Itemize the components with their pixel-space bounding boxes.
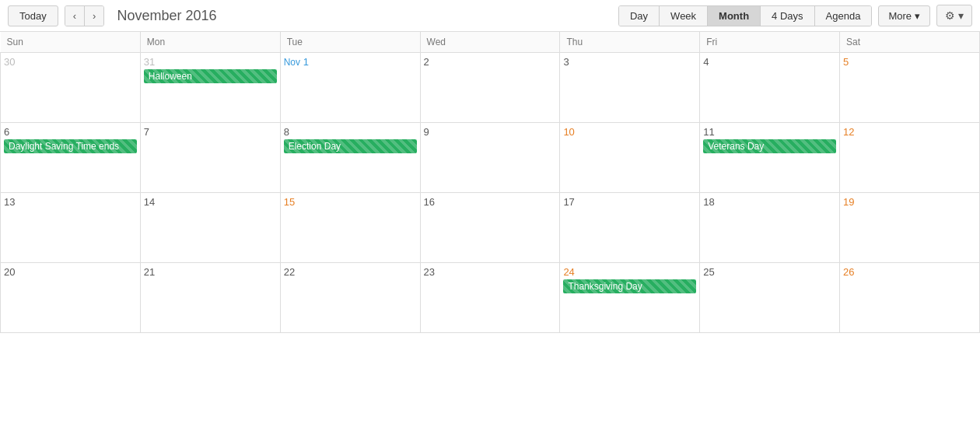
- day-number: 22: [284, 266, 417, 278]
- calendar-cell[interactable]: 12: [840, 123, 980, 193]
- calendar-cell[interactable]: 16: [420, 193, 560, 263]
- day-number: Nov 1: [284, 56, 417, 68]
- calendar-cell[interactable]: 7: [140, 123, 280, 193]
- week-row: 20 21 22 23 24 Thanksgiving Day 25 26: [1, 263, 980, 333]
- day-number: 24: [563, 266, 696, 278]
- header-fri: Fri: [700, 32, 840, 53]
- day-number: 11: [703, 126, 836, 138]
- event-dst[interactable]: Daylight Saving Time ends: [4, 139, 137, 153]
- day-number: 12: [843, 126, 976, 138]
- day-number: 16: [424, 196, 557, 208]
- calendar-cell[interactable]: 11 Veterans Day: [700, 123, 840, 193]
- day-number: 18: [703, 196, 836, 208]
- day-number: 25: [703, 266, 836, 278]
- day-number: 8: [284, 126, 417, 138]
- day-number: 21: [144, 266, 277, 278]
- next-button[interactable]: ›: [85, 6, 103, 26]
- view-4days[interactable]: 4 Days: [761, 6, 814, 26]
- day-number: 30: [4, 56, 137, 68]
- calendar-cell[interactable]: 24 Thanksgiving Day: [560, 263, 700, 333]
- calendar-cell[interactable]: 13: [1, 193, 141, 263]
- calendar-cell[interactable]: 4: [700, 53, 840, 123]
- day-number: 5: [843, 56, 976, 68]
- header-tue: Tue: [280, 32, 420, 53]
- day-number: 7: [144, 126, 277, 138]
- calendar-cell[interactable]: 23: [420, 263, 560, 333]
- calendar-cell[interactable]: Nov 1: [280, 53, 420, 123]
- calendar-cell[interactable]: 14: [140, 193, 280, 263]
- day-number: 4: [703, 56, 836, 68]
- view-group: Day Week Month 4 Days Agenda: [618, 5, 872, 26]
- calendar-cell[interactable]: 26: [840, 263, 980, 333]
- header-mon: Mon: [140, 32, 280, 53]
- nav-group: ‹ ›: [65, 5, 105, 26]
- view-week[interactable]: Week: [660, 6, 708, 26]
- header-sat: Sat: [840, 32, 980, 53]
- settings-button[interactable]: ⚙ ▾: [936, 5, 972, 26]
- header-thu: Thu: [560, 32, 700, 53]
- event-veterans[interactable]: Veterans Day: [703, 139, 836, 153]
- more-button[interactable]: More ▾: [878, 5, 930, 26]
- weekday-header-row: Sun Mon Tue Wed Thu Fri Sat: [1, 32, 980, 53]
- calendar-cell[interactable]: 22: [280, 263, 420, 333]
- calendar-cell[interactable]: 2: [420, 53, 560, 123]
- day-number: 13: [4, 196, 137, 208]
- calendar-cell[interactable]: 15: [280, 193, 420, 263]
- calendar-cell[interactable]: 30: [1, 53, 141, 123]
- day-number: 15: [284, 196, 417, 208]
- event-thanksgiving[interactable]: Thanksgiving Day: [563, 279, 696, 293]
- settings-dropdown-icon: ▾: [958, 9, 964, 22]
- header-sun: Sun: [1, 32, 141, 53]
- day-number: 19: [843, 196, 976, 208]
- day-number: 17: [563, 196, 696, 208]
- day-number: 6: [4, 126, 137, 138]
- week-row: 6 Daylight Saving Time ends 7 8 Election…: [1, 123, 980, 193]
- view-agenda[interactable]: Agenda: [815, 6, 872, 26]
- week-row: 30 31 Halloween Nov 1 2 3 4 5: [1, 53, 980, 123]
- calendar-cell[interactable]: 20: [1, 263, 141, 333]
- view-month[interactable]: Month: [708, 6, 761, 26]
- day-number: 3: [563, 56, 696, 68]
- calendar-cell[interactable]: 9: [420, 123, 560, 193]
- calendar-cell[interactable]: 8 Election Day: [280, 123, 420, 193]
- calendar-cell[interactable]: 19: [840, 193, 980, 263]
- day-number: 26: [843, 266, 976, 278]
- week-row: 13 14 15 16 17 18 19: [1, 193, 980, 263]
- prev-button[interactable]: ‹: [65, 6, 85, 26]
- gear-icon: ⚙: [945, 9, 955, 22]
- day-number: 10: [563, 126, 696, 138]
- more-dropdown-icon: ▾: [915, 10, 920, 22]
- day-number: 2: [424, 56, 557, 68]
- calendar-cell[interactable]: 18: [700, 193, 840, 263]
- calendar-cell[interactable]: 6 Daylight Saving Time ends: [1, 123, 141, 193]
- event-halloween[interactable]: Halloween: [144, 69, 277, 83]
- calendar-cell[interactable]: 10: [560, 123, 700, 193]
- toolbar: Today ‹ › November 2016 Day Week Month 4…: [0, 0, 980, 32]
- calendar-cell[interactable]: 25: [700, 263, 840, 333]
- calendar-grid: Sun Mon Tue Wed Thu Fri Sat 30 31 Hallow…: [0, 32, 980, 333]
- header-wed: Wed: [420, 32, 560, 53]
- event-election[interactable]: Election Day: [284, 139, 417, 153]
- day-number: 20: [4, 266, 137, 278]
- day-number: 14: [144, 196, 277, 208]
- month-title: November 2016: [117, 8, 612, 24]
- today-button[interactable]: Today: [8, 5, 58, 26]
- day-number: 9: [424, 126, 557, 138]
- view-day[interactable]: Day: [619, 6, 660, 26]
- day-number: 23: [424, 266, 557, 278]
- calendar-cell[interactable]: 17: [560, 193, 700, 263]
- calendar-cell[interactable]: 5: [840, 53, 980, 123]
- calendar-cell[interactable]: 21: [140, 263, 280, 333]
- calendar-cell[interactable]: 3: [560, 53, 700, 123]
- more-label: More: [888, 10, 912, 22]
- day-number: 31: [144, 56, 277, 68]
- calendar-cell[interactable]: 31 Halloween: [140, 53, 280, 123]
